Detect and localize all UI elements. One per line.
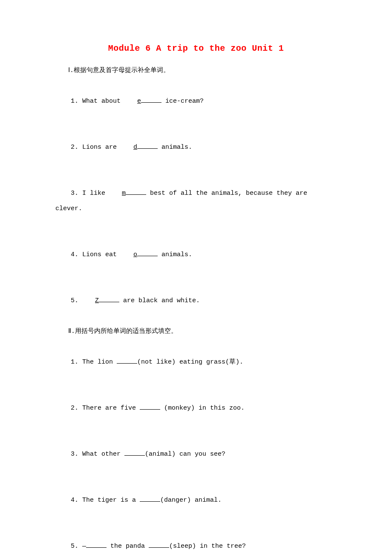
worksheet-title: Module 6 A trip to the zoo Unit 1 — [55, 38, 337, 59]
s1-q2-pre: 2. Lions are — [71, 144, 121, 151]
s1-q3-pre: 3. I like — [71, 190, 109, 197]
s1-q3-letter: m — [109, 186, 126, 201]
s2-q1-post: (not like) eating grass(草). — [137, 358, 243, 366]
s2-q5-blank1[interactable] — [86, 541, 107, 548]
s2-q5-mid: the panda — [107, 543, 149, 550]
s2-q4-blank[interactable] — [140, 495, 160, 502]
s1-q1-blank[interactable] — [141, 96, 161, 103]
s1-q5-letter: Z — [82, 293, 99, 309]
s2-q4-pre: 4. The tiger is a — [71, 497, 140, 504]
s2-q5-pre: 5. — — [71, 543, 86, 550]
worksheet-page: Module 6 A trip to the zoo Unit 1 Ⅰ.根据句意… — [0, 0, 392, 555]
s2-q2-blank[interactable] — [140, 403, 160, 410]
s1-q5-post: are black and white. — [119, 297, 200, 304]
s1-q5-blank[interactable] — [99, 295, 119, 302]
s1-q1-post: ice-cream? — [161, 98, 204, 105]
s2-q5-post: (sleep) in the tree? — [169, 543, 246, 550]
s1-q4-pre: 4. Lions eat — [71, 251, 121, 258]
s2-q4-post: (danger) animal. — [160, 497, 222, 504]
s1-q4: 4. Lions eat o animals. — [55, 232, 337, 278]
s2-q5: 5. — the panda (sleep) in the tree? — [55, 523, 337, 555]
s2-q4: 4. The tiger is a (danger) animal. — [55, 477, 337, 523]
s2-q2-post: (monkey) in this zoo. — [160, 405, 245, 412]
s2-q3-blank[interactable] — [124, 449, 145, 456]
s2-q3: 3. What other (animal) can you see? — [55, 431, 337, 477]
section-2-heading: Ⅱ.用括号内所给单词的适当形式填空。 — [55, 324, 337, 339]
s1-q3-blank[interactable] — [126, 188, 146, 195]
s1-q1: 1. What about e ice-cream? — [55, 78, 337, 124]
s1-q2-letter: d — [121, 140, 137, 155]
s1-q5: 5. Z are black and white. — [55, 278, 337, 324]
s2-q1: 1. The lion (not like) eating grass(草). — [55, 339, 337, 385]
s2-q1-pre: 1. The lion — [71, 358, 117, 366]
s2-q3-pre: 3. What other — [71, 451, 124, 458]
s1-q4-post: animals. — [158, 251, 192, 258]
s2-q1-blank[interactable] — [117, 357, 137, 364]
s2-q2: 2. There are five (monkey) in this zoo. — [55, 385, 337, 431]
s1-q4-letter: o — [121, 247, 137, 263]
s1-q2: 2. Lions are d animals. — [55, 124, 337, 171]
s1-q2-post: animals. — [158, 144, 192, 151]
s1-q1-letter: e — [124, 94, 141, 109]
s1-q3: 3. I like m best of all the animals, bec… — [55, 171, 337, 232]
s2-q5-blank2[interactable] — [149, 541, 169, 548]
s1-q4-blank[interactable] — [137, 249, 158, 256]
section-1-heading: Ⅰ.根据句意及首字母提示补全单词。 — [55, 63, 337, 78]
s1-q1-pre: 1. What about — [71, 98, 124, 105]
s2-q2-pre: 2. There are five — [71, 405, 140, 412]
s1-q5-pre: 5. — [71, 297, 82, 304]
s1-q2-blank[interactable] — [137, 142, 158, 149]
s2-q3-post: (animal) can you see? — [145, 451, 225, 458]
